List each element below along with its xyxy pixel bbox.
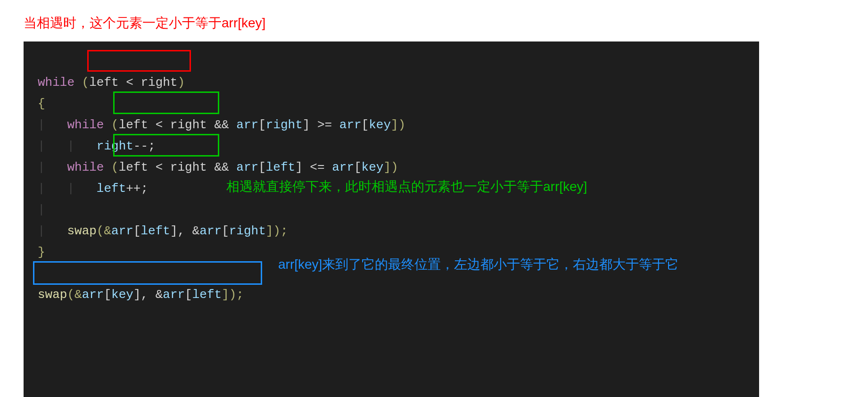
keyword-while: while [38,75,74,90]
brace-open: { [38,97,45,111]
highlight-green-box-1 [113,91,219,114]
annotation-blue: arr[key]来到了它的最终位置，左边都小于等于它，右边都大于等于它 [278,254,608,275]
annotation-red-top: 当相遇时，这个元素一定小于等于arr[key] [24,14,759,32]
highlight-red-box [87,50,191,72]
annotation-green: 相遇就直接停下来，此时相遇点的元素也一定小于等于arr[key] [226,176,587,197]
figure: 当相遇时，这个元素一定小于等于arr[key] while (left < ri… [0,0,759,397]
code-block: while (left < right) { | while (left < r… [24,41,759,397]
brace-close: } [38,245,45,259]
highlight-blue-box [33,261,262,285]
